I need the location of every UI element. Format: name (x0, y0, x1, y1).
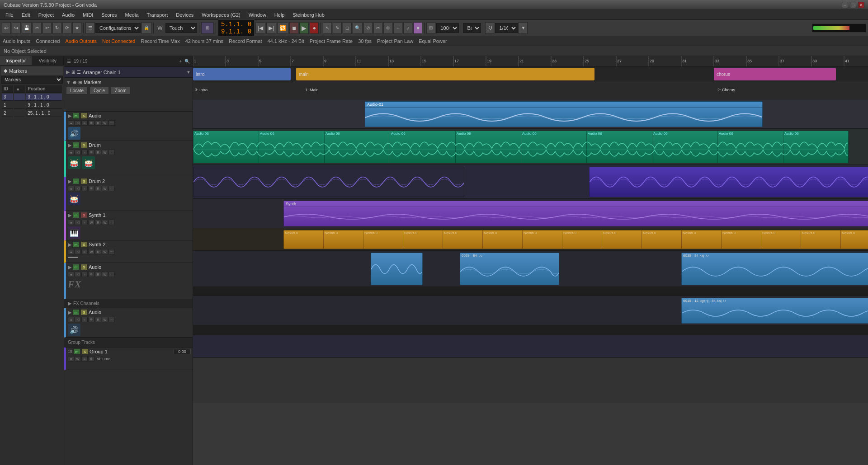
group1-eq-btn[interactable]: ≈ (81, 356, 88, 362)
drum-send-btn[interactable]: ⊕ (88, 150, 94, 155)
synth1-solo-btn[interactable]: S (80, 212, 88, 218)
synth2-eq-btn[interactable]: ≈ (81, 249, 88, 254)
synth2-r-btn[interactable]: R (95, 249, 101, 254)
drum-clip-full[interactable]: Audio 06 Audio 06 Audio 06 Audio 06 (193, 131, 849, 163)
mute-tool-btn[interactable]: ⊘ (363, 22, 373, 34)
audio2-expand[interactable]: ▶ (68, 264, 71, 270)
collapse-icon[interactable]: ☰ (67, 59, 71, 64)
fx-expand-icon[interactable]: ▶ (68, 301, 71, 306)
visibility-tab[interactable]: Visibility (32, 56, 64, 65)
drum2-more-btn[interactable]: ⋯ (108, 186, 115, 191)
clip-audio01[interactable]: Audio-01 (365, 101, 763, 127)
undo-btn[interactable]: ↩ (42, 22, 52, 34)
synth1-r2-btn[interactable]: ◁ (75, 220, 81, 225)
audio3-expand[interactable]: ▶ (68, 310, 71, 315)
synth2-send-btn[interactable]: W (88, 249, 94, 254)
marker-row-1[interactable]: 1 9 . 1 . 1 . 0 (2, 102, 62, 109)
grid-type-dropdown[interactable]: Bar (463, 23, 481, 33)
synth2-w-btn[interactable]: W (102, 249, 108, 254)
audio3-r-btn[interactable]: R (95, 317, 101, 322)
arranger-expand[interactable]: ▶ (66, 69, 70, 75)
audio1-send-btn[interactable]: ⊕ (88, 120, 94, 126)
arranger-chain-btn[interactable]: ▼ (186, 70, 191, 75)
add-track-btn[interactable]: + (179, 59, 182, 64)
synth2-more-btn[interactable]: ⋯ (108, 249, 115, 254)
drum-eq-btn[interactable]: ≈ (81, 150, 88, 155)
channel-btn[interactable]: ⊞ (201, 22, 214, 34)
arr-block-intro[interactable]: intro (193, 68, 291, 80)
group1-volume[interactable] (174, 349, 191, 354)
quantize-dropdown[interactable]: 1/16 (495, 23, 518, 33)
close-button[interactable]: ✕ (858, 2, 864, 8)
go-to-end-btn[interactable]: ▶| (266, 22, 276, 34)
glue-tool-btn[interactable]: ⊕ (383, 22, 392, 34)
drum2-solo-btn[interactable]: S (80, 178, 88, 184)
audio3-clip[interactable]: 6015 - 12-ogenj - 84-kaj ♪♪ (681, 298, 868, 324)
group1-solo-btn[interactable]: S (81, 348, 89, 355)
group1-mute-btn[interactable]: m (73, 348, 80, 355)
audio2-more-btn[interactable]: ⋯ (108, 272, 115, 277)
audio2-solo-btn[interactable]: S (80, 264, 88, 270)
synth2-mute-btn[interactable]: m (72, 241, 80, 248)
inspector-tab[interactable]: Inspector (0, 56, 32, 65)
synth1-expand[interactable]: ▶ (68, 212, 71, 218)
configurations-dropdown[interactable]: Configurations (95, 23, 141, 33)
lock-btn[interactable]: 🔒 (142, 22, 151, 34)
synth1-send-btn[interactable]: W (88, 220, 94, 225)
arrange-viewport[interactable]: intro main chorus 3: Intro (193, 67, 868, 465)
audio2-clip-1[interactable] (371, 253, 423, 285)
zoom-btn[interactable]: Zoom (111, 87, 131, 94)
menu-workspaces[interactable]: Workspaces (G2) (198, 11, 244, 19)
drum-r1-btn[interactable]: ● (68, 150, 74, 155)
drum2-r-btn[interactable]: R (95, 186, 101, 191)
drum-mute-btn[interactable]: m (72, 142, 80, 148)
menu-audio[interactable]: Audio (58, 11, 78, 19)
touch-dropdown[interactable]: Touch (165, 23, 197, 33)
save-btn[interactable]: 💾 (22, 22, 32, 34)
zoom-tool-btn[interactable]: 🔍 (353, 22, 363, 34)
audio2-r2-btn[interactable]: ◁ (75, 272, 81, 277)
cycle-btn[interactable]: Cycle (90, 87, 109, 94)
audio1-expand[interactable]: ▶ (68, 113, 71, 119)
menu-devices[interactable]: Devices (172, 11, 197, 19)
color-tool-btn[interactable]: ■ (413, 22, 422, 34)
play-btn[interactable]: ▶ (299, 22, 309, 34)
maximize-button[interactable]: □ (850, 2, 856, 8)
drum2-eq-btn[interactable]: ≈ (81, 186, 88, 191)
select-tool-btn[interactable]: ↖ (323, 22, 332, 34)
minimize-button[interactable]: – (842, 2, 848, 8)
menu-window[interactable]: Window (245, 11, 270, 19)
audio3-r2-btn[interactable]: ◁ (75, 317, 81, 322)
menu-steinberg-hub[interactable]: Steinberg Hub (289, 11, 328, 19)
synth1-mute-btn[interactable]: m (72, 212, 80, 218)
draw-tool-btn[interactable]: ✎ (333, 22, 342, 34)
drum2-clip-2[interactable] (589, 167, 868, 197)
redo-btn[interactable]: ↪ (12, 22, 21, 34)
menu-file[interactable]: File (2, 11, 17, 19)
drum2-mute-btn[interactable]: m (72, 178, 80, 184)
markers-section-header[interactable]: ◆ Markers (1, 66, 63, 75)
stop-btn[interactable]: ■ (289, 22, 298, 34)
drum2-r1-btn[interactable]: ● (68, 186, 74, 191)
audio2-mute-btn[interactable]: m (72, 264, 80, 270)
menu-scores[interactable]: Scores (98, 11, 120, 19)
audio1-mute-btn[interactable]: m (72, 113, 80, 119)
audio2-send-btn[interactable]: ⊕ (88, 272, 94, 277)
audio2-clip-3[interactable]: 6039 - 84-kaj ♪♪ (681, 253, 868, 285)
audio3-w-btn[interactable]: W (102, 317, 108, 322)
audio3-mute-btn[interactable]: m (72, 309, 80, 315)
drum-r-btn[interactable]: R (95, 150, 101, 155)
markers-dropdown[interactable]: Markers (1, 76, 63, 84)
audio-outputs-btn[interactable]: Audio Outputs (65, 38, 97, 44)
drum-expand[interactable]: ▶ (68, 142, 71, 148)
group1-send-btn[interactable]: ⊕ (88, 356, 94, 362)
synth1-r-btn[interactable]: R (95, 220, 101, 225)
loop-btn[interactable]: 🔁 (277, 22, 288, 34)
group1-w-btn[interactable]: W (75, 356, 81, 362)
audio-inputs-btn[interactable]: Audio Inputs (3, 38, 30, 44)
drum-solo-btn[interactable]: S (80, 142, 88, 148)
menu-edit[interactable]: Edit (18, 11, 34, 19)
audio1-w-btn[interactable]: W (102, 120, 108, 126)
group1-expand[interactable]: 15 (68, 349, 72, 354)
synth1-eq-btn[interactable]: ≈ (81, 220, 88, 225)
